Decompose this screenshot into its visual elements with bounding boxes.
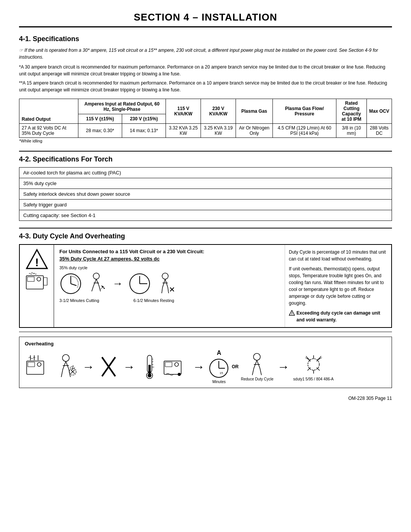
torch-row-2: 35% duty cycle <box>19 178 392 189</box>
torch-row-5: Cutting capacity: see Section 4-1 <box>19 210 392 221</box>
svg-text:15: 15 <box>220 371 223 375</box>
col-rated-output-header: Rated Output <box>19 99 78 124</box>
svg-rect-41 <box>164 361 181 374</box>
svg-rect-35 <box>148 365 151 374</box>
cell-230v-amps: 14 max; 0.13* <box>122 124 166 138</box>
torch-row-3: Safety interlock devices shut down power… <box>19 189 392 200</box>
amperes-input-group-header: Amperes Input at Rated Output, 60 Hz, Si… <box>78 99 166 114</box>
overheating-diagrams: → → <box>25 350 386 384</box>
divider-3 <box>19 332 392 332</box>
resting-icon-item <box>155 272 176 295</box>
duty-subtitle: 35% Duty Cycle At 27 amperes, 92 volts d… <box>59 256 279 262</box>
oh-machine-heat <box>25 353 51 380</box>
col-plasma-gas-header: Plasma Gas <box>236 99 273 124</box>
col-230v-header: 230 V (±15%) <box>122 114 166 124</box>
or-label: OR <box>232 364 239 369</box>
note-2: *A 30 ampere branch circuit is recommend… <box>19 64 392 77</box>
torch-cell-1: Air-cooled torch for plasma arc cutting … <box>19 168 392 178</box>
duty-main-content: For Units Connected to a 115 Volt Circui… <box>54 245 285 327</box>
cutting-clock-icon <box>59 272 82 295</box>
cutting-clock-item <box>59 272 82 295</box>
svg-rect-5 <box>43 278 47 285</box>
resting-clock-icon <box>128 272 151 295</box>
svg-point-44 <box>178 373 181 376</box>
overheating-title: Overheating <box>25 341 386 347</box>
duty-text-1: Duty Cycle is percentage of 10 minutes t… <box>289 249 386 262</box>
note-1: ☞ If the unit is operated from a 30* amp… <box>19 47 392 61</box>
resting-icon <box>155 272 176 295</box>
svg-point-49 <box>253 353 260 360</box>
section-41-heading: 4-1. Specifications <box>19 35 392 43</box>
cell-max-ocv: 288 Volts DC <box>366 124 392 138</box>
oh-stopped-icon-item <box>98 353 119 380</box>
svg-point-4 <box>37 277 41 281</box>
cell-gas-flow: 4.5 CFM (129 L/min) At 60 PSI (414 kPa) <box>272 124 336 138</box>
oh-machine-light-icon <box>162 353 189 380</box>
oh-cutting-icon <box>54 353 78 380</box>
section-43-heading: 4-3. Duty Cycle And Overheating <box>19 232 392 240</box>
cell-plasma-gas: Air Or Nitrogen Only <box>236 124 273 138</box>
cutting-icon <box>86 272 107 295</box>
oh-reduce-duty-item: Reduce Duty Cycle <box>241 352 274 381</box>
svg-point-23 <box>37 363 41 366</box>
torch-specs-table: Air-cooled torch for plasma arc cutting … <box>19 167 392 221</box>
svg-rect-2 <box>26 276 43 289</box>
svg-rect-42 <box>165 362 172 367</box>
cell-cutting-cap: 3/8 in (10 mm) <box>336 124 367 138</box>
col-cutting-capacity-header: Rated Cutting Capacity at 10 IPM <box>336 99 367 124</box>
svg-point-10 <box>102 286 104 288</box>
cell-115v-kva: 3.32 KVA 3.25 KW <box>166 124 201 138</box>
svg-text:!: ! <box>35 256 39 268</box>
warning-icon-area: ! <box>20 245 54 327</box>
specs-data-row: 27 A at 92 Volts DC At 35% Duty Cycle 28… <box>19 124 392 138</box>
oh-arrow-3-icon: → <box>193 360 205 374</box>
section-42-heading: 4-2. Specifications For Torch <box>19 155 392 163</box>
resting-label: 6-1/2 Minutes Resting <box>134 298 174 303</box>
duty-title: For Units Connected to a 115 Volt Circui… <box>59 249 279 254</box>
cutting-flame-item <box>86 272 107 295</box>
oh-sparks-icon <box>302 352 325 377</box>
duty-right-description: Duty Cycle is percentage of 10 minutes t… <box>285 245 391 327</box>
footnote-row: *While idling <box>19 138 392 144</box>
col-max-ocv-header: Max OCV <box>366 99 392 124</box>
divider-1 <box>19 151 392 152</box>
page-footer: OM-228 305 Page 11 <box>19 396 392 401</box>
cell-230v-kva: 3.25 KVA 3.19 KW <box>201 124 236 138</box>
svg-point-43 <box>175 363 178 366</box>
torch-row-4: Safety trigger guard <box>19 200 392 210</box>
torch-cell-4: Safety trigger guard <box>19 200 392 210</box>
duty-35-label: 35% duty cycle <box>59 265 279 270</box>
oh-thermometer-item <box>139 353 160 380</box>
oh-a-label-item: A 15 Minutes <box>209 350 229 384</box>
sduty-label: sduty1 5/95 / 804 486-A <box>293 377 334 381</box>
torch-cell-2: 35% duty cycle <box>19 178 392 189</box>
cell-115v-amps: 28 max; 0.30* <box>78 124 122 138</box>
duty-text-2: If unit overheats, thermostat(s) opens, … <box>289 265 386 307</box>
or-label-item: OR <box>232 364 239 369</box>
oh-sparks-item: sduty1 5/95 / 804 486-A <box>293 352 334 381</box>
svg-rect-3 <box>27 277 34 281</box>
specs-table: Rated Output Amperes Input at Rated Outp… <box>19 99 392 144</box>
oh-cutting-person <box>54 353 78 380</box>
col-230v-kvakw-header: 230 V KVA/KW <box>201 99 236 124</box>
svg-point-11 <box>104 288 105 289</box>
cell-rated-output: 27 A at 92 Volts DC At 35% Duty Cycle <box>19 124 78 138</box>
oh-arrow-1-icon: → <box>82 360 94 374</box>
oh-clock-15min-icon: 15 <box>209 358 229 379</box>
oh-arrow-4-icon: → <box>277 360 290 374</box>
svg-point-16 <box>162 273 168 279</box>
duty-diagrams-row: → <box>59 272 279 295</box>
torch-cell-5: Cutting capacity: see Section 4-1 <box>19 210 392 221</box>
minutes-label: Minutes <box>212 380 226 384</box>
oh-machine-icon <box>25 353 51 380</box>
oh-stopped-icon <box>98 353 119 380</box>
arrow-1-icon: → <box>112 278 123 290</box>
svg-point-9 <box>93 273 99 279</box>
warning-small-icon: ! <box>289 310 295 316</box>
oh-thermometer-icon <box>139 353 160 380</box>
machine-unit-icon <box>24 272 49 293</box>
warning-triangle-icon: ! <box>25 249 48 270</box>
col-115v-header: 115 V (±15%) <box>78 114 122 124</box>
oh-reduce-duty-icon <box>245 352 269 377</box>
overheating-section: Overheating <box>19 337 392 388</box>
